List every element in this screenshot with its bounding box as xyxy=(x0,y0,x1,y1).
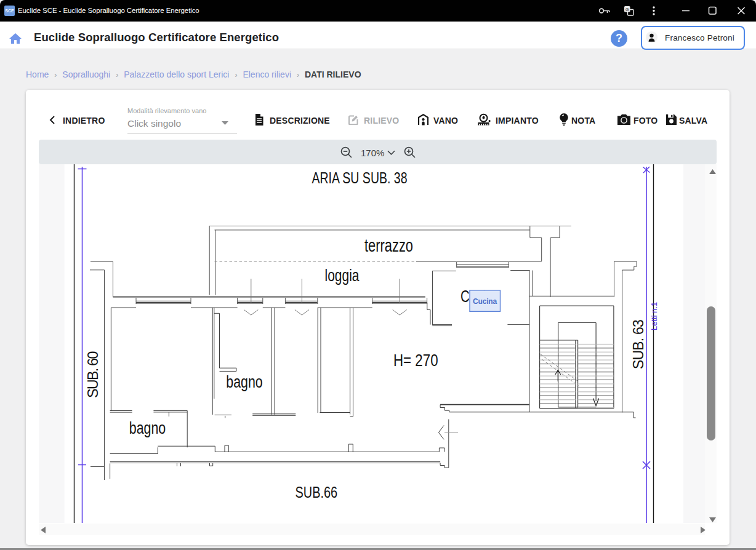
svg-text:H= 270: H= 270 xyxy=(393,350,438,369)
svg-text:SUB. 60: SUB. 60 xyxy=(85,351,101,397)
svg-text:Cucina: Cucina xyxy=(473,297,497,306)
svg-text:loggia: loggia xyxy=(325,266,360,284)
svg-text:SUB.66: SUB.66 xyxy=(295,483,337,501)
svg-text:terrazzo: terrazzo xyxy=(364,236,413,255)
svg-text:ARIA SU SUB. 38: ARIA SU SUB. 38 xyxy=(312,169,407,186)
svg-text:G: G xyxy=(625,7,629,12)
svg-text:SUB. 63: SUB. 63 xyxy=(630,320,646,369)
svg-text:Letti n.1: Letti n.1 xyxy=(649,302,659,330)
svg-text:bagno: bagno xyxy=(129,418,166,437)
svg-text:bagno: bagno xyxy=(226,372,262,391)
